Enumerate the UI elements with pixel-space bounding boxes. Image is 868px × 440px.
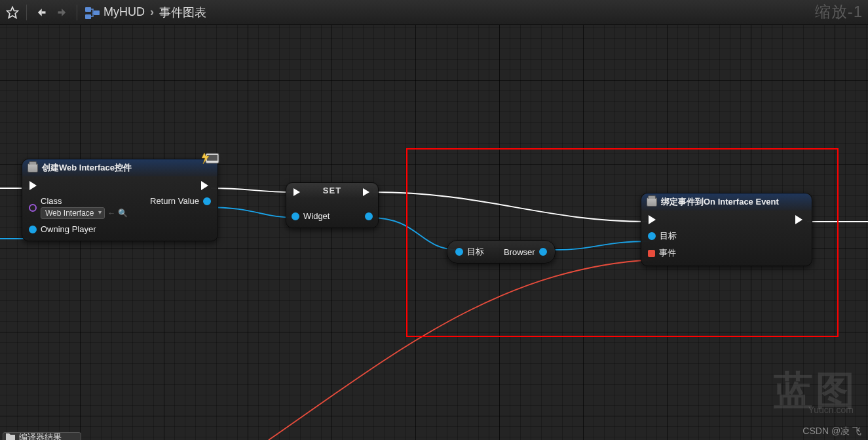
svg-rect-4 [85,14,91,19]
breadcrumb-blueprint[interactable]: MyHUD [104,5,145,19]
pin-label: Widget [303,211,330,221]
pin-label: Return Value [150,196,199,206]
node-header: 绑定事件到On Interface Event [641,193,812,210]
pin-label: 目标 [467,246,484,258]
class-input-pin[interactable]: Class Web Interface ←🔍 [29,196,128,219]
pin-label: Browser [504,247,535,257]
breadcrumb: MyHUD › 事件图表 [85,5,206,20]
credit-text: CSDN @凌 飞 [802,426,861,437]
target-input-pin[interactable]: 目标 [648,230,677,242]
widget-icon [28,163,38,172]
pin-label: Class [41,196,128,206]
separator [77,5,77,20]
blueprint-icon [85,7,98,18]
exec-out-pin[interactable] [362,188,371,197]
pin-label: 目标 [660,230,677,242]
watermark-url: Yuucn.com [808,405,854,415]
nav-forward-button[interactable] [53,3,73,22]
return-value-pin[interactable]: Return Value [150,196,211,206]
value-output-pin[interactable] [365,212,373,220]
target-input-pin[interactable]: 目标 [455,246,484,258]
asset-nav-icons[interactable]: ←🔍 [107,209,128,218]
node-get-browser[interactable]: 目标 Browser [447,240,556,264]
svg-marker-0 [7,7,18,18]
svg-rect-3 [85,7,91,12]
event-delegate-pin[interactable]: 事件 [648,247,676,259]
node-title: 创建Web Interface控件 [42,162,132,174]
node-header: 创建Web Interface控件 [22,159,217,176]
favorite-button[interactable] [3,3,22,22]
node-create-widget[interactable]: 创建Web Interface控件 Class Web Interface ←🔍 [22,159,218,241]
widget-icon [647,197,657,207]
folder-icon [6,432,15,440]
svg-rect-7 [207,155,217,161]
svg-rect-1 [42,11,46,13]
exec-in-pin[interactable] [648,214,658,225]
fast-path-icon [202,151,220,165]
nav-back-button[interactable] [31,3,50,22]
exec-out-pin[interactable] [795,214,805,225]
exec-in-pin[interactable] [29,180,39,191]
node-bind-event[interactable]: 绑定事件到On Interface Event 目标 事件 [641,193,812,266]
separator [26,5,27,20]
svg-rect-5 [94,10,100,15]
node-title: 绑定事件到On Interface Event [661,196,779,208]
tab-label: 编译器结果 [19,432,62,440]
class-dropdown[interactable]: Web Interface [41,207,105,219]
svg-rect-2 [58,11,62,13]
exec-out-pin[interactable] [200,180,211,191]
pin-label: 事件 [659,247,676,259]
pin-label: Owning Player [41,224,96,234]
chevron-right-icon: › [150,5,154,19]
breadcrumb-graph[interactable]: 事件图表 [159,5,206,20]
compiler-results-tab[interactable]: 编译器结果 [3,432,81,440]
widget-input-pin[interactable]: Widget [292,211,330,221]
node-set-variable[interactable]: SET Widget [286,182,379,228]
browser-output-pin[interactable]: Browser [504,247,547,257]
graph-toolbar: MyHUD › 事件图表 [0,0,868,25]
owning-player-pin[interactable]: Owning Player [29,224,96,234]
exec-in-pin[interactable] [293,188,302,197]
